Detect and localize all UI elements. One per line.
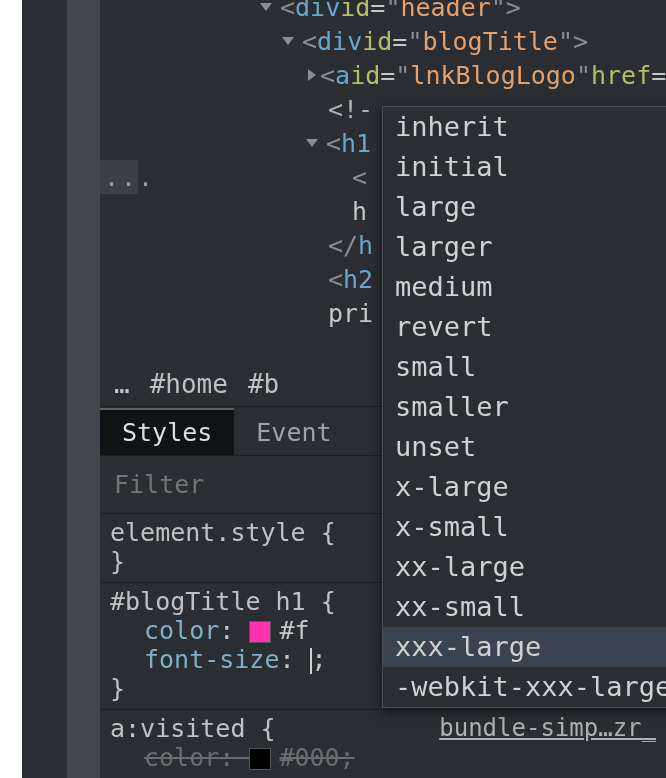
rule-selector: #blogTitle h1: [110, 587, 306, 616]
svg-marker-0: [260, 3, 272, 11]
source-link[interactable]: bundle-simp…zr_: [439, 714, 656, 742]
rule-selector: a:visited: [110, 714, 245, 743]
tab-styles[interactable]: Styles: [100, 408, 234, 455]
svg-marker-1: [282, 37, 294, 45]
tab-event-listeners[interactable]: Event: [234, 410, 353, 455]
caret-down-icon[interactable]: [282, 35, 300, 47]
autocomplete-item[interactable]: initial: [383, 147, 666, 187]
dom-node-blogtitle[interactable]: <div id="blogTitle">: [100, 24, 666, 58]
page-gutter: [0, 0, 22, 778]
color-swatch-icon[interactable]: [249, 748, 271, 770]
caret-down-icon[interactable]: [306, 137, 324, 149]
svg-marker-2: [308, 69, 316, 81]
autocomplete-popup: inheritinitiallargelargermediumrevertsma…: [382, 106, 666, 708]
autocomplete-item[interactable]: large: [383, 187, 666, 227]
svg-marker-3: [306, 139, 318, 147]
autocomplete-item[interactable]: xx-large: [383, 547, 666, 587]
autocomplete-item[interactable]: small: [383, 347, 666, 387]
autocomplete-item[interactable]: unset: [383, 427, 666, 467]
dom-node-header[interactable]: <div id="header">: [100, 0, 666, 24]
breadcrumb-home[interactable]: #home: [150, 369, 228, 399]
autocomplete-item[interactable]: -webkit-xxx-large: [383, 667, 666, 707]
autocomplete-item[interactable]: smaller: [383, 387, 666, 427]
autocomplete-item[interactable]: inherit: [383, 107, 666, 147]
autocomplete-item[interactable]: revert: [383, 307, 666, 347]
autocomplete-item[interactable]: xx-small: [383, 587, 666, 627]
autocomplete-item[interactable]: xxx-large: [383, 627, 666, 667]
dom-node-lnkbloglogo[interactable]: <a id="lnkBlogLogo" href="https:: [100, 58, 666, 92]
breadcrumb-partial[interactable]: #b: [248, 369, 279, 399]
caret-down-icon[interactable]: [260, 1, 278, 13]
rule-selector: element.style: [110, 518, 306, 547]
caret-right-icon[interactable]: [306, 69, 318, 81]
selection-band: [67, 0, 100, 778]
breadcrumb-ellipsis[interactable]: …: [114, 369, 130, 399]
autocomplete-item[interactable]: larger: [383, 227, 666, 267]
rule-a-visited[interactable]: a:visited { bundle-simp…zr_ color: #000;: [100, 710, 666, 778]
declaration-color-struck[interactable]: color: #000;: [110, 743, 656, 772]
autocomplete-item[interactable]: x-large: [383, 467, 666, 507]
gutter-ellipsis-icon: ...: [100, 160, 138, 194]
autocomplete-item[interactable]: x-small: [383, 507, 666, 547]
devtools-main: <div id="home"> <div id="header"> <div i…: [100, 0, 666, 778]
autocomplete-item[interactable]: medium: [383, 267, 666, 307]
color-swatch-icon[interactable]: [249, 621, 271, 643]
